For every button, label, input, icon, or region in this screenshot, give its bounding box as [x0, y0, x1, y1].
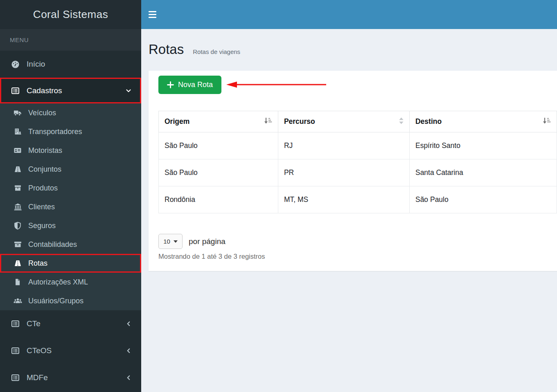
list-icon [10, 319, 20, 328]
sidebar-item-label: Veículos [28, 109, 56, 117]
list-icon [10, 373, 20, 382]
column-header-origem[interactable]: Origem [159, 111, 278, 132]
cell-destino: Santa Catarina [409, 159, 557, 186]
sidebar-item-motoristas[interactable]: Motoristas [0, 141, 141, 160]
sidebar-item-label: Contabilidades [28, 240, 77, 249]
sidebar-item-label: Clientes [28, 203, 55, 211]
sidebar-item-seguros[interactable]: Seguros [0, 216, 141, 235]
sidebar-item-produtos[interactable]: Produtos [0, 179, 141, 197]
list-icon [10, 346, 20, 355]
sidebar-item-label: Início [27, 60, 45, 69]
sort-amount-icon [264, 117, 273, 126]
column-header-percurso[interactable]: Percurso [278, 111, 409, 132]
routes-table: Origem Percurso Destino [158, 111, 557, 213]
page-title: Rotas [149, 40, 184, 58]
file-icon [12, 278, 23, 287]
sidebar-item-label: Produtos [28, 184, 58, 193]
table-header-row: Origem Percurso Destino [159, 111, 557, 132]
cadastros-submenu: Veículos Transportadores Motoristas Conj… [0, 103, 141, 310]
chevron-left-icon [125, 374, 132, 381]
sidebar-item-label: Rotas [28, 259, 47, 268]
main-content: Rotas Rotas de viagens Nova Rota Origem [141, 29, 557, 392]
content-header: Rotas Rotas de viagens [141, 29, 557, 58]
sidebar-item-mdfe[interactable]: MDFe [0, 364, 141, 391]
sidebar-item-contabilidades[interactable]: Contabilidades [0, 235, 141, 254]
chevron-left-icon [125, 347, 132, 354]
shield-icon [12, 221, 23, 230]
cell-destino: São Paulo [409, 186, 557, 213]
sidebar-item-label: Cadastros [27, 86, 62, 95]
sidebar-item-label: MDFe [27, 373, 48, 382]
column-header-destino[interactable]: Destino [409, 111, 557, 132]
sidebar-item-cadastros[interactable]: Cadastros [0, 78, 141, 103]
table-row[interactable]: São Paulo PR Santa Catarina [159, 159, 557, 186]
column-header-label: Destino [415, 117, 442, 125]
brand-title[interactable]: Coral Sistemas [0, 0, 141, 29]
table-row[interactable]: Rondônia MT, MS São Paulo [159, 186, 557, 213]
sidebar-item-inicio[interactable]: Início [0, 51, 141, 78]
table-row[interactable]: São Paulo RJ Espírito Santo [159, 132, 557, 159]
sidebar-item-label: Seguros [28, 222, 56, 230]
sidebar-section-label: MENU [0, 29, 141, 51]
topbar [141, 0, 557, 29]
cell-percurso: MT, MS [278, 186, 409, 213]
sidebar-item-veiculos[interactable]: Veículos [0, 103, 141, 122]
road-icon [12, 259, 23, 268]
cell-origem: São Paulo [159, 132, 278, 159]
page-size-value: 10 [163, 238, 170, 245]
road-icon [12, 165, 23, 174]
per-page-label: por página [189, 237, 226, 246]
bank-icon [12, 202, 23, 211]
routes-card: Nova Rota Origem P [149, 71, 557, 271]
column-header-label: Origem [165, 117, 189, 125]
new-route-button-label: Nova Rota [178, 81, 213, 89]
cell-origem: São Paulo [159, 159, 278, 186]
sidebar-item-label: CTeOS [27, 346, 52, 355]
sidebar-item-label: Conjuntos [28, 165, 61, 174]
sidebar-item-usuarios-grupos[interactable]: Usuários/Grupos [0, 291, 141, 310]
new-route-button[interactable]: Nova Rota [158, 76, 221, 94]
cell-percurso: RJ [278, 132, 409, 159]
sidebar-item-cte[interactable]: CTe [0, 310, 141, 337]
hamburger-icon[interactable] [149, 6, 167, 24]
column-header-label: Percurso [284, 117, 315, 125]
cell-destino: Espírito Santo [409, 132, 557, 159]
page-size-select[interactable]: 10 [158, 234, 183, 249]
app-window: Coral Sistemas MENU Início Cadastros Veí… [0, 0, 557, 392]
chevron-left-icon [125, 320, 132, 327]
sidebar-item-transportadores[interactable]: Transportadores [0, 122, 141, 141]
sidebar-item-label: Motoristas [28, 146, 62, 155]
sidebar-item-autorizacoes-xml[interactable]: Autorizações XML [0, 273, 141, 291]
sidebar-item-label: CTe [27, 319, 41, 328]
sidebar-item-clientes[interactable]: Clientes [0, 197, 141, 216]
box-icon [12, 184, 23, 193]
building-user-icon [12, 127, 23, 136]
truck-icon [12, 108, 23, 117]
caret-down-icon [174, 240, 178, 243]
sort-both-icon [399, 117, 404, 126]
sidebar-item-label: Autorizações XML [28, 278, 88, 287]
users-icon [12, 296, 23, 305]
dashboard-icon [10, 60, 20, 69]
pagination-summary: Mostrando de 1 até 3 de 3 registros [158, 253, 557, 260]
list-icon [10, 86, 20, 95]
sidebar-item-conjuntos[interactable]: Conjuntos [0, 160, 141, 179]
page-subtitle: Rotas de viagens [193, 48, 240, 55]
pagination: 10 por página [158, 234, 557, 249]
archive-icon [12, 240, 23, 249]
sidebar: Coral Sistemas MENU Início Cadastros Veí… [0, 0, 141, 392]
cell-origem: Rondônia [159, 186, 278, 213]
cell-percurso: PR [278, 159, 409, 186]
left-arrow-annotation-icon [226, 81, 327, 90]
chevron-down-icon [125, 87, 132, 94]
sidebar-item-cteos[interactable]: CTeOS [0, 337, 141, 364]
sort-amount-icon [542, 117, 551, 126]
id-card-icon [12, 146, 23, 155]
plus-icon [167, 81, 174, 88]
sidebar-item-label: Usuários/Grupos [28, 297, 83, 305]
sidebar-item-label: Transportadores [28, 128, 82, 136]
sidebar-item-rotas[interactable]: Rotas [0, 254, 141, 273]
